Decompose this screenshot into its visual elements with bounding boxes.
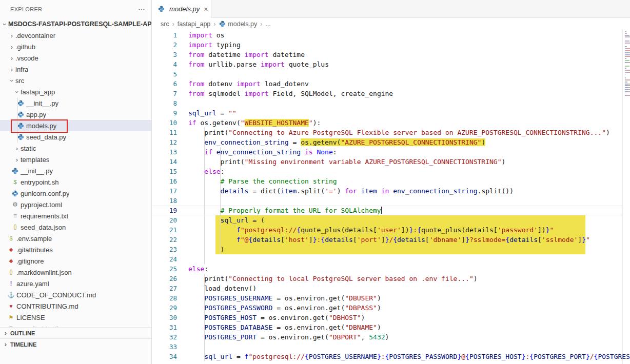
line-number[interactable]: 17 (152, 186, 177, 196)
code-line-12[interactable]: 12 env_connection_string = os.getenv("AZ… (152, 137, 630, 147)
line-number[interactable]: 24 (152, 254, 177, 264)
code-line-34[interactable]: 34 sql_url = f"postgresql://{POSTGRES_US… (152, 352, 630, 361)
code-line-1[interactable]: 1import os (152, 30, 630, 40)
line-number[interactable]: 1 (152, 30, 177, 40)
code-line-27[interactable]: 27 load_dotenv() (152, 284, 630, 293)
line-number[interactable]: 27 (152, 284, 177, 293)
sidebar-folder-static[interactable]: ›static (0, 143, 151, 154)
code-editor[interactable]: 1import os2import typing3from datetime i… (152, 30, 630, 364)
line-number[interactable]: 16 (152, 176, 177, 186)
close-icon[interactable]: × (204, 5, 208, 13)
line-number[interactable]: 33 (152, 342, 177, 352)
code-line-2[interactable]: 2import typing (152, 40, 630, 50)
code-line-17[interactable]: 17 details = dict(item.split('=') for it… (152, 186, 630, 196)
sidebar-item-requirements-txt[interactable]: ≡requirements.txt (0, 210, 151, 221)
line-number[interactable]: 30 (152, 313, 177, 322)
timeline-section[interactable]: › TIMELINE (0, 338, 151, 350)
line-number[interactable]: 3 (152, 50, 177, 59)
sidebar-item-license[interactable]: ⚑LICENSE (0, 312, 151, 323)
code-line-25[interactable]: 25else: (152, 264, 630, 274)
line-number[interactable]: 23 (152, 245, 177, 254)
line-number[interactable]: 20 (152, 215, 177, 225)
sidebar-item-code-of-conduct-md[interactable]: ⚓CODE_OF_CONDUCT.md (0, 289, 151, 300)
line-number[interactable]: 8 (152, 98, 177, 108)
line-number[interactable]: 25 (152, 264, 177, 274)
line-number[interactable]: 32 (152, 332, 177, 342)
line-number[interactable]: 26 (152, 274, 177, 284)
code-line-28[interactable]: 28 POSTGRES_USERNAME = os.environ.get("D… (152, 293, 630, 303)
sidebar-item-init-py[interactable]: __init__.py (0, 165, 151, 176)
line-number[interactable]: 4 (152, 59, 177, 69)
line-number[interactable]: 12 (152, 137, 177, 147)
line-number[interactable]: 6 (152, 79, 177, 89)
code-line-5[interactable]: 5 (152, 69, 630, 79)
line-number[interactable]: 14 (152, 157, 177, 167)
sidebar-item-env-sample[interactable]: $.env.sample (0, 233, 151, 244)
outline-section[interactable]: › OUTLINE (0, 327, 151, 338)
code-line-13[interactable]: 13 if env_connection_string is None: (152, 147, 630, 157)
breadcrumb-fastapi-app[interactable]: fastapi_app (178, 21, 211, 28)
code-line-21[interactable]: 21 f"postgresql://{quote_plus(details['u… (152, 225, 630, 235)
line-number[interactable]: 15 (152, 167, 177, 176)
sidebar-item-seed-data-py[interactable]: seed_data.py (0, 131, 151, 143)
code-line-4[interactable]: 4from urllib.parse import quote_plus (152, 59, 630, 69)
tab-models-py[interactable]: models.py × (152, 0, 211, 18)
code-line-16[interactable]: 16 # Parse the connection string (152, 176, 630, 186)
sidebar-item-gunicorn-conf-py[interactable]: gunicorn.conf.py (0, 188, 151, 199)
sidebar-item-gitattributes[interactable]: ◆.gitattributes (0, 244, 151, 255)
line-number[interactable]: 22 (152, 235, 177, 245)
sidebar-item-azure-yaml[interactable]: !azure.yaml (0, 278, 151, 289)
code-line-15[interactable]: 15 else: (152, 167, 630, 176)
code-line-19[interactable]: 19 # Properly format the URL for SQLAlch… (152, 206, 630, 215)
sidebar-folder-src[interactable]: ›src (0, 75, 151, 86)
sidebar-folder-templates[interactable]: ›templates (0, 154, 151, 165)
more-actions-icon[interactable]: ⋯ (138, 5, 145, 13)
code-line-3[interactable]: 3from datetime import datetime (152, 50, 630, 59)
breadcrumb-src[interactable]: src (161, 21, 169, 28)
code-line-8[interactable]: 8 (152, 98, 630, 108)
line-number[interactable]: 21 (152, 225, 177, 235)
code-line-24[interactable]: 24 (152, 254, 630, 264)
code-line-20[interactable]: 20 sql_url = ( (152, 215, 630, 225)
code-line-23[interactable]: 23 ) (152, 245, 630, 254)
breadcrumb-symbols[interactable]: ... (265, 21, 270, 28)
line-number[interactable]: 9 (152, 108, 177, 118)
line-number[interactable]: 7 (152, 89, 177, 98)
code-line-9[interactable]: 9sql_url = "" (152, 108, 630, 118)
code-line-29[interactable]: 29 POSTGRES_PASSWORD = os.environ.get("D… (152, 303, 630, 313)
sidebar-item-gitignore[interactable]: ◆.gitignore (0, 255, 151, 267)
sidebar-item-models-py[interactable]: models.py (0, 120, 151, 131)
sidebar-folder-infra[interactable]: ›infra (0, 64, 151, 75)
line-number[interactable]: 11 (152, 128, 177, 137)
sidebar-folder-msdocs-fastapi-postgresql-sample-app-git[interactable]: ›MSDOCS-FASTAPI-POSTGRESQL-SAMPLE-APP [G… (0, 18, 151, 30)
breadcrumb-models-py[interactable]: models.py (228, 21, 257, 28)
code-line-30[interactable]: 30 POSTGRES_HOST = os.environ.get("DBHOS… (152, 313, 630, 322)
code-line-6[interactable]: 6from dotenv import load_dotenv (152, 79, 630, 89)
line-number[interactable]: 34 (152, 352, 177, 361)
line-number[interactable]: 13 (152, 147, 177, 157)
sidebar-item-contributing-md[interactable]: ♥CONTRIBUTING.md (0, 300, 151, 312)
code-line-11[interactable]: 11 print("Connecting to Azure PostgreSQL… (152, 128, 630, 137)
sidebar-item-seed-data-json[interactable]: {}seed_data.json (0, 221, 151, 233)
line-number[interactable]: 18 (152, 196, 177, 206)
code-line-18[interactable]: 18 (152, 196, 630, 206)
sidebar-folder-fastapi-app[interactable]: ›fastapi_app (0, 86, 151, 97)
code-line-32[interactable]: 32 POSTGRES_PORT = os.environ.get("DBPOR… (152, 332, 630, 342)
code-line-33[interactable]: 33 (152, 342, 630, 352)
code-line-26[interactable]: 26 print("Connecting to local PostgreSQL… (152, 274, 630, 284)
code-line-22[interactable]: 22 f"@{details['host']}:{details['port']… (152, 235, 630, 245)
sidebar-folder-vscode[interactable]: ›.vscode (0, 52, 151, 64)
sidebar-folder-github[interactable]: ›.github (0, 41, 151, 52)
code-line-14[interactable]: 14 print("Missing environment variable A… (152, 157, 630, 167)
sidebar-item-entrypoint-sh[interactable]: $entrypoint.sh (0, 176, 151, 188)
line-number[interactable]: 5 (152, 69, 177, 79)
code-line-7[interactable]: 7from sqlmodel import Field, SQLModel, c… (152, 89, 630, 98)
line-number[interactable]: 31 (152, 322, 177, 332)
sidebar-item-pyproject-toml[interactable]: ⚙pyproject.toml (0, 199, 151, 210)
sidebar-item-markdownlint-json[interactable]: {}.markdownlint.json (0, 267, 151, 278)
line-number[interactable]: 19 (152, 206, 177, 215)
sidebar-item-app-py[interactable]: app.py (0, 109, 151, 120)
line-number[interactable]: 10 (152, 118, 177, 128)
line-number[interactable]: 2 (152, 40, 177, 50)
code-line-31[interactable]: 31 POSTGRES_DATABASE = os.environ.get("D… (152, 322, 630, 332)
